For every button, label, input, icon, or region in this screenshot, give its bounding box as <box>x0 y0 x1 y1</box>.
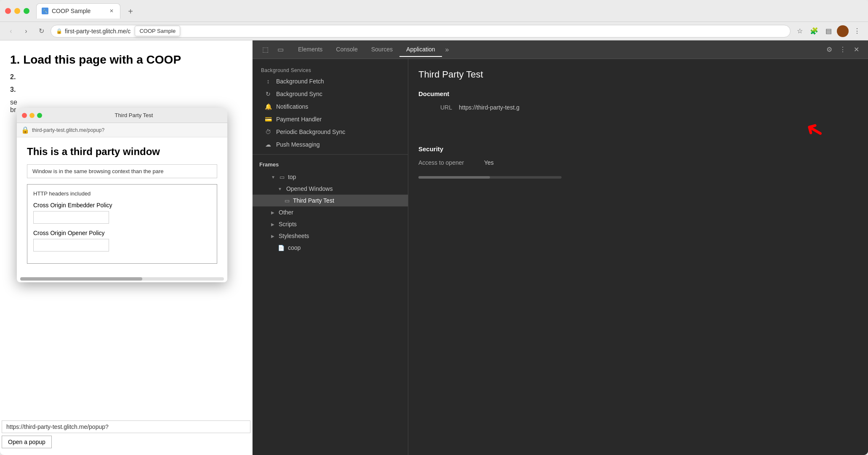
coep-input[interactable] <box>33 211 109 224</box>
bg-services-label: Background Services <box>253 64 408 75</box>
popup-title: Third Party Test <box>45 112 222 118</box>
stylesheets-expand-icon: ▶ <box>271 234 274 238</box>
popup-content: This is a third party window Window is i… <box>17 137 227 276</box>
tab-console[interactable]: Console <box>329 43 364 57</box>
extensions-icon[interactable]: 🧩 <box>808 25 820 37</box>
address-field[interactable]: 🔒 first-party-test.glitch.me/c COOP Samp… <box>51 25 791 37</box>
access-to-opener-value: Yes <box>484 159 494 166</box>
tab-title: COOP Sample <box>52 8 105 14</box>
tree-item-coop[interactable]: 📄 coop <box>253 242 408 254</box>
device-icon[interactable]: ▭ <box>273 42 288 57</box>
frames-label: Frames <box>259 161 279 168</box>
devtools-tabs: Elements Console Sources Application » <box>291 43 823 57</box>
sidebar-item-periodic-label: Periodic Background Sync <box>276 128 345 135</box>
tree-item-top-label: top <box>288 174 296 180</box>
tree-item-other[interactable]: ▶ Other <box>253 206 408 218</box>
devtools-main-panel: Third Party Test Document URL https://th… <box>408 59 868 455</box>
sidebar-item-push-messaging[interactable]: ☁ Push Messaging <box>253 138 408 151</box>
new-tab-button[interactable]: + <box>124 5 137 19</box>
red-arrow-icon: ➜ <box>801 114 829 145</box>
popup-min-light[interactable] <box>29 113 35 118</box>
coep-label: Cross Origin Embedder Policy <box>33 202 211 209</box>
devtools-menu-icon[interactable]: ⋮ <box>836 43 849 56</box>
panel-title: Third Party Test <box>418 69 858 80</box>
popup-scrollbar-thumb <box>20 277 142 281</box>
sidebar-item-notifications-label: Notifications <box>276 103 308 110</box>
minimize-traffic-light[interactable] <box>14 8 20 14</box>
access-to-opener-key: Access to opener <box>418 159 477 166</box>
tree-item-stylesheets[interactable]: ▶ Stylesheets <box>253 230 408 242</box>
scroll-indicator <box>418 176 562 179</box>
coop-input[interactable] <box>33 239 109 252</box>
periodic-sync-icon: ⏱ <box>264 128 272 135</box>
tab-close-button[interactable]: ✕ <box>108 8 115 14</box>
tree-item-other-label: Other <box>279 209 293 216</box>
other-expand-icon: ▶ <box>271 210 274 215</box>
open-popup-button[interactable]: Open a popup <box>2 436 52 448</box>
step2-text: 2. <box>10 73 242 81</box>
user-avatar[interactable] <box>837 25 849 37</box>
tab-elements[interactable]: Elements <box>291 43 329 57</box>
address-text: first-party-test.glitch.me/c <box>65 28 130 35</box>
popup-scrollbar[interactable] <box>20 277 224 281</box>
tree-item-coop-label: coop <box>288 244 301 251</box>
sidebar-item-payment-label: Payment Handler <box>276 116 322 123</box>
access-to-opener-row: Access to opener Yes <box>418 159 858 166</box>
arrow-container: ➜ <box>418 117 858 142</box>
tree-item-stylesheets-label: Stylesheets <box>279 233 309 239</box>
tab-favicon: 🔧 <box>42 8 48 14</box>
url-value: https://third-party-test.g <box>459 104 519 111</box>
scripts-expand-icon: ▶ <box>271 222 274 227</box>
title-bar: 🔧 COOP Sample ✕ + <box>0 0 868 22</box>
maximize-traffic-light[interactable] <box>24 8 29 14</box>
sidebar-item-periodic-bg-sync[interactable]: ⏱ Periodic Background Sync <box>253 126 408 138</box>
coop-label: Cross Origin Opener Policy <box>33 230 211 236</box>
back-button[interactable]: ‹ <box>5 25 17 37</box>
step3-text: 3. <box>10 86 242 94</box>
top-frame-icon: ▭ <box>280 174 285 180</box>
tree-item-opened-windows[interactable]: ▼ Opened Windows <box>253 183 408 195</box>
popup-address-bar: 🔒 third-party-test.glitch.me/popup? <box>17 123 227 137</box>
tree-item-third-party-label: Third Party Test <box>293 197 334 204</box>
tree-item-scripts[interactable]: ▶ Scripts <box>253 218 408 230</box>
devtools-close-icon[interactable]: ✕ <box>849 43 863 56</box>
devtools-panel: ⬚ ▭ Elements Console Sources Application… <box>253 40 868 455</box>
sidebar-item-bg-sync[interactable]: ↻ Background Sync <box>253 88 408 100</box>
settings-icon[interactable]: ⚙ <box>823 43 836 56</box>
tree-item-top[interactable]: ▼ ▭ top <box>253 171 408 183</box>
bg-fetch-icon: ↕ <box>264 78 272 85</box>
top-expand-icon: ▼ <box>271 175 275 179</box>
frames-section[interactable]: Frames <box>253 158 408 171</box>
sidebar-item-bg-sync-label: Background Sync <box>276 91 322 97</box>
star-icon[interactable]: ☆ <box>794 25 806 37</box>
devtools-header: ⬚ ▭ Elements Console Sources Application… <box>253 40 868 59</box>
close-traffic-light[interactable] <box>5 8 11 14</box>
url-input[interactable] <box>2 420 250 433</box>
tab-application[interactable]: Application <box>399 43 442 57</box>
sidebar-item-notifications[interactable]: 🔔 Notifications <box>253 100 408 113</box>
webpage: 1. Load this page with a COOP 2. 3. sebr… <box>0 40 253 455</box>
tab-sources[interactable]: Sources <box>365 43 399 57</box>
push-icon: ☁ <box>264 141 272 148</box>
popup-max-light[interactable] <box>37 113 42 118</box>
popup-window: Third Party Test 🔒 third-party-test.glit… <box>17 108 227 282</box>
reload-button[interactable]: ↻ <box>35 25 47 37</box>
headers-legend: HTTP headers included <box>33 190 211 197</box>
tabs-area: 🔧 COOP Sample ✕ + <box>36 3 863 19</box>
sidebar-item-payment-handler[interactable]: 💳 Payment Handler <box>253 113 408 126</box>
tree-item-third-party-test[interactable]: ▭ Third Party Test <box>253 195 408 206</box>
security-section-label: Security <box>418 145 858 153</box>
forward-button[interactable]: › <box>20 25 32 37</box>
sidebar-divider <box>253 154 408 155</box>
popup-close-light[interactable] <box>22 113 27 118</box>
url-key: URL <box>418 104 452 111</box>
active-tab[interactable]: 🔧 COOP Sample ✕ <box>36 3 120 19</box>
sidebar-item-bg-fetch[interactable]: ↕ Background Fetch <box>253 75 408 88</box>
cast-icon[interactable]: ▤ <box>823 25 834 37</box>
tab-more[interactable]: » <box>442 43 453 57</box>
inspect-icon[interactable]: ⬚ <box>258 42 273 57</box>
sidebar-item-bg-fetch-label: Background Fetch <box>276 78 324 85</box>
menu-icon[interactable]: ⋮ <box>851 25 863 37</box>
devtools-sidebar: Background Services ↕ Background Fetch ↻… <box>253 59 408 455</box>
devtools-body: Background Services ↕ Background Fetch ↻… <box>253 59 868 455</box>
